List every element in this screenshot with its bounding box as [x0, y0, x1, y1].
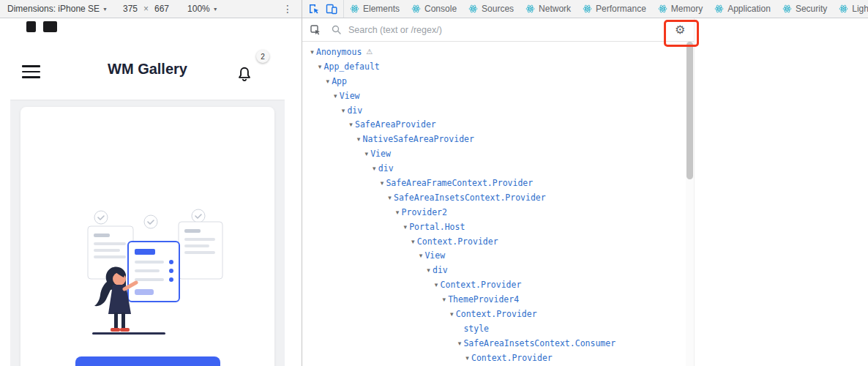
component-name: SafeAreaFrameContext.Provider	[386, 178, 533, 188]
tab-label: Elements	[363, 4, 400, 14]
component-tree-row[interactable]: ▾ App	[302, 74, 686, 89]
expand-caret-icon[interactable]: ▾	[463, 354, 471, 362]
component-tree-row[interactable]: ▾ SafeAreaInsetsContext.Provider	[302, 190, 686, 205]
expand-caret-icon[interactable]: ▾	[409, 238, 417, 245]
devtools-tab[interactable]: Application	[708, 0, 777, 18]
react-components-icon	[525, 4, 535, 13]
viewport-width-input[interactable]	[119, 4, 141, 14]
component-tree-row[interactable]: ▾ View	[302, 146, 686, 161]
component-name: Context.Provider	[441, 280, 522, 290]
inspect-element-icon[interactable]	[308, 3, 320, 15]
expand-caret-icon[interactable]: ▾	[394, 209, 402, 216]
device-toolbar-menu-icon[interactable]: ⋮	[283, 3, 293, 15]
component-tree-row[interactable]: ▾ NativeSafeAreaProvider	[302, 132, 686, 146]
devtools-tab[interactable]: Network	[520, 0, 577, 18]
expand-caret-icon[interactable]: ▾	[355, 135, 363, 143]
components-search-input[interactable]	[347, 24, 694, 36]
tab-label: Application	[727, 4, 771, 14]
devtools-tab[interactable]: Security	[777, 0, 833, 18]
expand-caret-icon[interactable]: ▾	[332, 92, 340, 100]
react-components-icon	[839, 4, 848, 13]
expand-caret-icon[interactable]: ▾	[416, 252, 424, 259]
expand-caret-icon[interactable]: ▾	[323, 78, 332, 85]
notification-count-badge: 2	[256, 50, 269, 63]
expand-caret-icon[interactable]: ▾	[316, 63, 324, 70]
expand-caret-icon[interactable]: ▾	[448, 310, 456, 318]
notification-bell-icon[interactable]	[234, 62, 255, 84]
component-tree-row[interactable]: ▾ Context.Provider	[302, 277, 686, 292]
devtools-tabbar-tabs: Elements Console	[344, 0, 868, 18]
component-tree-row[interactable]: ▾ div	[302, 103, 686, 118]
expand-caret-icon[interactable]: ▾	[339, 107, 347, 114]
settings-gear-icon[interactable]: ⚙	[675, 23, 685, 37]
component-name: Context.Provider	[417, 236, 498, 247]
select-element-icon[interactable]	[310, 24, 321, 36]
expand-caret-icon[interactable]: ▾	[433, 281, 441, 288]
devtools-tab[interactable]: Memory	[652, 0, 708, 18]
device-dimensions-select[interactable]: Dimensions: iPhone SE	[7, 4, 100, 14]
component-name: SafeAreaProvider	[355, 119, 436, 130]
expand-caret-icon[interactable]: ▾	[401, 223, 409, 231]
toggle-device-toolbar-icon[interactable]	[326, 3, 337, 15]
zoom-value: 100%	[187, 4, 210, 14]
component-name: View	[424, 250, 445, 261]
tab-label: Console	[424, 4, 457, 14]
tab-label: Performance	[596, 4, 646, 14]
expand-caret-icon[interactable]: ▾	[424, 266, 433, 274]
primary-action-button[interactable]	[75, 356, 220, 366]
component-tree-row[interactable]: ▾ Portal.Host	[302, 220, 686, 234]
expand-caret-icon[interactable]: ▾	[386, 194, 394, 201]
devtools-toolbar-icons	[302, 0, 344, 18]
devtools-panel: Elements Console	[302, 0, 868, 366]
viewport-height-input[interactable]	[151, 4, 173, 14]
component-tree-row[interactable]: ▾ div	[302, 161, 686, 176]
component-tree-row[interactable]: ▾ SafeAreaProvider	[302, 117, 686, 132]
component-tree-row[interactable]: ▾ Provider2	[302, 205, 686, 220]
component-tree-row[interactable]: ▾ ThemeProvider4	[302, 292, 686, 307]
component-name: Context.Provider	[471, 353, 553, 363]
component-tree-row[interactable]: ▾ View	[302, 89, 686, 103]
component-tree-row[interactable]: ▾ Context.Provider	[302, 351, 686, 365]
devtools-tab[interactable]: Lighthouse	[833, 0, 868, 18]
expand-caret-icon[interactable]: ▾	[440, 296, 448, 303]
component-tree-row[interactable]: ▾ Anonymous ⚠	[302, 45, 686, 59]
tab-label: Lighthouse	[852, 4, 868, 14]
app-content-background	[10, 100, 285, 366]
expand-caret-icon[interactable]: ▾	[455, 340, 463, 347]
chevron-down-icon: ▼	[102, 7, 108, 12]
component-name: div	[347, 105, 362, 116]
phone-viewport: WM Gallery 2	[10, 20, 285, 366]
scrollbar-thumb[interactable]	[686, 42, 693, 179]
component-tree-row[interactable]: ▾ SafeAreaFrameContext.Provider	[302, 176, 686, 190]
expand-caret-icon[interactable]: ▾	[362, 150, 370, 157]
devtools-tab[interactable]: Performance	[577, 0, 652, 18]
component-name: App	[332, 76, 347, 86]
expand-caret-icon[interactable]: ▾	[378, 179, 386, 187]
component-tree-row[interactable]: ▾ SafeAreaInsetsContext.Consumer	[302, 336, 686, 351]
app-header: WM Gallery 2	[10, 44, 285, 100]
tab-label: Network	[539, 4, 571, 14]
devtools-tab[interactable]: Elements	[344, 0, 405, 18]
components-search-bar: ⚙	[302, 18, 694, 42]
component-tree-row[interactable]: ▾ Context.Provider	[302, 234, 686, 249]
component-tree-row[interactable]: ▾ div	[302, 263, 686, 277]
react-components-icon	[658, 4, 667, 13]
component-tree-row[interactable]: ▾ style	[302, 321, 686, 336]
emulated-page-area: WM Gallery 2	[0, 18, 302, 366]
devtools-tab[interactable]: Console	[405, 0, 463, 18]
expand-caret-icon[interactable]: ▾	[308, 48, 316, 56]
component-name: NativeSafeAreaProvider	[363, 134, 474, 144]
tree-scrollbar[interactable]	[686, 42, 694, 366]
expand-caret-icon[interactable]: ▾	[347, 121, 355, 128]
devtools-tab[interactable]: Sources	[463, 0, 520, 18]
component-name: Portal.Host	[409, 222, 465, 232]
component-name: style	[463, 324, 489, 334]
component-tree-row[interactable]: ▾ App_default	[302, 59, 686, 74]
component-tree-row[interactable]: ▾ Context.Provider	[302, 307, 686, 321]
component-tree-row[interactable]: ▾ View	[302, 248, 686, 263]
component-name: Anonymous	[316, 47, 362, 57]
component-name: SafeAreaInsetsContext.Consumer	[463, 338, 616, 348]
zoom-select[interactable]: 100% ▼	[187, 4, 218, 14]
expand-caret-icon[interactable]: ▾	[370, 165, 378, 172]
component-name: View	[370, 149, 391, 159]
